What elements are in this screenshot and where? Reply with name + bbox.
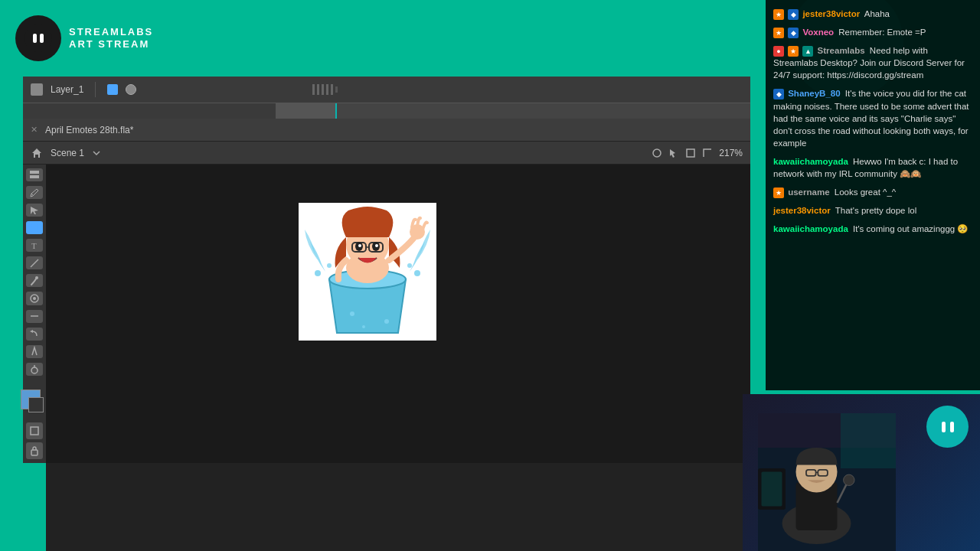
chat-text-7: That's pretty dope lol <box>835 206 916 215</box>
streamlabs-webcam-icon <box>926 406 969 448</box>
extra-tools <box>26 422 43 459</box>
badge-blue-2: ◆ <box>788 28 799 38</box>
svg-point-40 <box>362 325 365 328</box>
record-button[interactable] <box>126 84 136 95</box>
color-indicator-blue <box>107 84 118 95</box>
file-tab: ✕ April Emotes 28th.fla* <box>23 119 750 142</box>
chat-message-4: ◆ ShaneyB_80 It's the voice you did for … <box>773 87 972 148</box>
svg-rect-2 <box>40 34 44 43</box>
chat-scroll[interactable]: ★ ◆ jester38victor Ahaha ★ ◆ Voxneo Reme… <box>766 0 980 390</box>
svg-rect-1 <box>33 34 37 43</box>
badge-star-2: ★ <box>773 28 784 38</box>
resize-icon[interactable] <box>702 148 713 158</box>
svg-point-25 <box>414 270 420 276</box>
svg-rect-55 <box>762 472 782 507</box>
layer-label: Layer_1 <box>51 84 83 95</box>
badge-teal-3: ▲ <box>802 46 813 57</box>
scene-right-icons: 217% <box>652 148 743 158</box>
username-voxneo: Voxneo <box>802 28 834 37</box>
chat-text-8: It's coming out amazinggg 🥺 <box>853 224 968 233</box>
svg-point-4 <box>653 149 661 157</box>
streamlabs-logo-icon <box>15 15 61 61</box>
tool-rectangle[interactable] <box>26 422 43 439</box>
tool-text[interactable]: T <box>26 239 43 252</box>
scene-label: Scene 1 <box>51 148 84 158</box>
tool-arrow[interactable] <box>26 204 43 217</box>
svg-rect-21 <box>31 427 38 435</box>
tick1 <box>312 84 315 95</box>
tool-pencil[interactable] <box>26 186 43 199</box>
svg-point-39 <box>384 319 389 324</box>
artwork-container <box>299 203 436 341</box>
badge-red-3: ● <box>773 46 784 57</box>
toolbar-divider <box>95 82 96 97</box>
badge-star-6: ★ <box>773 187 784 198</box>
tool-paint[interactable] <box>26 292 43 305</box>
scene-chevron-icon[interactable] <box>92 148 101 158</box>
svg-point-14 <box>35 276 38 279</box>
tool-brush[interactable] <box>26 274 43 287</box>
svg-point-19 <box>31 367 38 373</box>
svg-point-0 <box>24 24 52 52</box>
chat-message-7: jester38victor That's pretty dope lol <box>773 204 972 217</box>
username-shaney: ShaneyB_80 <box>788 89 840 98</box>
svg-rect-6 <box>687 149 694 157</box>
tick4 <box>326 84 328 95</box>
tool-fill[interactable] <box>26 221 43 234</box>
username-jester1: jester38victor <box>802 9 860 18</box>
secondary-color[interactable] <box>28 397 44 412</box>
chat-text-2: Remember: Emote =P <box>838 28 926 37</box>
square-icon[interactable] <box>685 148 696 158</box>
chat-message-2: ★ ◆ Voxneo Remember: Emote =P <box>773 26 972 38</box>
tick6 <box>335 86 338 93</box>
tool-undo[interactable] <box>26 328 43 341</box>
username-anon: username <box>788 187 829 197</box>
tool-line[interactable] <box>26 256 43 269</box>
timeline-bar[interactable] <box>23 103 750 119</box>
badge-star-1: ★ <box>773 9 784 20</box>
svg-marker-11 <box>31 224 38 232</box>
bottom-panel <box>46 463 750 551</box>
magnet-icon[interactable] <box>652 148 662 158</box>
file-tab-name: April Emotes 28th.fla* <box>45 125 133 135</box>
svg-rect-22 <box>31 450 38 455</box>
svg-point-16 <box>33 297 36 300</box>
canvas-toolbar: Layer_1 <box>23 77 750 103</box>
svg-point-27 <box>407 263 412 268</box>
tick2 <box>317 84 319 95</box>
scene-bar: Scene 1 217% <box>23 142 750 165</box>
close-tab-icon[interactable]: ✕ <box>31 125 38 135</box>
svg-marker-3 <box>32 148 41 158</box>
chat-message-6: ★ username Looks great ^_^ <box>773 186 972 198</box>
svg-rect-45 <box>841 413 896 468</box>
color-swatches[interactable] <box>21 390 48 411</box>
svg-point-36 <box>375 244 378 247</box>
svg-point-38 <box>350 311 354 316</box>
username-kawaii1: kawaiichamoyada <box>773 157 848 166</box>
timeline-playhead <box>276 103 337 119</box>
webcam-video <box>743 394 980 551</box>
chat-text-1: Ahaha <box>864 9 890 18</box>
svg-point-53 <box>844 474 854 485</box>
svg-text:T: T <box>31 241 37 250</box>
tick5 <box>331 84 333 95</box>
tool-eraser[interactable] <box>26 310 43 323</box>
svg-rect-7 <box>30 171 39 174</box>
header-bar: streamlabs ART STREAM <box>0 0 750 77</box>
tool-ink[interactable] <box>26 345 43 358</box>
chat-message-8: kawaiichamoyada It's coming out amazingg… <box>773 223 972 235</box>
tool-lock[interactable] <box>26 442 43 459</box>
drawing-canvas[interactable] <box>46 165 750 463</box>
svg-rect-8 <box>30 175 39 178</box>
webcam-overlay <box>743 394 980 551</box>
tool-select[interactable] <box>26 168 43 181</box>
timeline-ticks <box>312 84 338 95</box>
badge-blue-1: ◆ <box>788 9 799 20</box>
username-kawaii2: kawaiichamoyada <box>773 224 848 233</box>
tick3 <box>322 84 324 95</box>
tool-bucket[interactable] <box>26 363 43 376</box>
logo-area: streamlabs ART STREAM <box>15 15 153 61</box>
chat-message-3: ● ★ ▲ Streamlabs Need help with Streamla… <box>773 44 972 81</box>
cursor-icon[interactable] <box>668 148 679 158</box>
username-streamlabs: Streamlabs <box>818 46 865 55</box>
